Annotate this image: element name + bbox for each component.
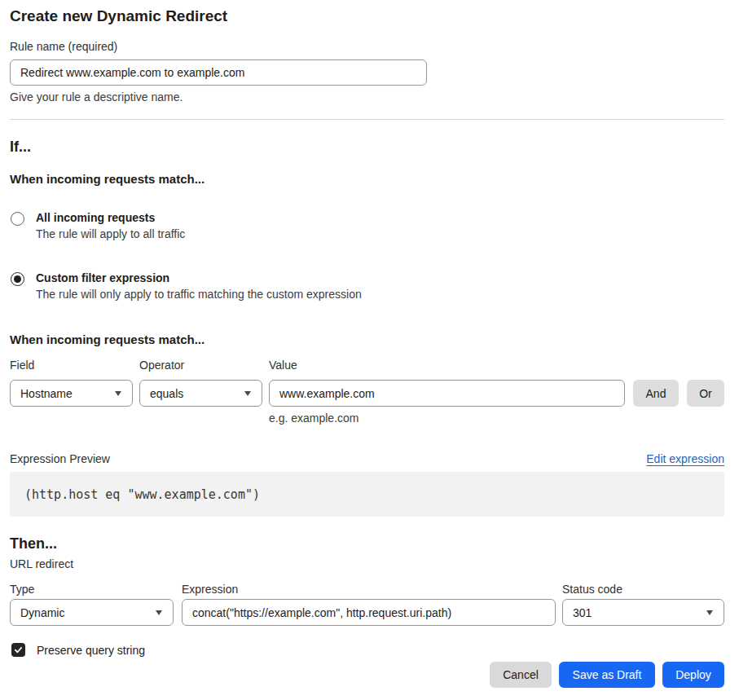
radio-option-custom-filter[interactable]: Custom filter expression The rule will o… [10,271,724,301]
field-select[interactable]: Hostname [10,380,133,407]
value-input[interactable]: www.example.com [269,380,625,407]
rule-name-helper: Give your rule a descriptive name. [10,91,724,103]
status-code-value: 301 [573,606,592,619]
deploy-button[interactable]: Deploy [662,662,724,688]
form-actions: Cancel Save as Draft Deploy [10,662,724,688]
expression-preview-label: Expression Preview [10,453,110,465]
status-code-select[interactable]: 301 [562,599,724,626]
rule-name-input[interactable]: Redirect www.example.com to example.com [10,59,427,86]
expression-input[interactable]: concat("https://example.com", http.reque… [182,599,556,626]
edit-expression-link[interactable]: Edit expression [646,453,724,465]
value-helper: e.g. example.com [269,412,625,425]
radio-description: The rule will only apply to traffic matc… [36,288,362,301]
radio-label: All incoming requests [36,211,185,224]
radio-label: Custom filter expression [36,271,362,284]
save-as-draft-button[interactable]: Save as Draft [559,662,655,688]
then-heading: Then... [10,535,724,552]
and-button[interactable]: And [633,380,679,407]
checkbox-label: Preserve query string [37,644,145,657]
operator-label: Operator [139,359,262,372]
checkbox-checked-icon[interactable] [11,643,25,657]
operator-select-value: equals [150,387,183,400]
radio-checked-icon[interactable] [11,272,24,286]
url-redirect-label: URL redirect [10,558,724,570]
or-button[interactable]: Or [687,380,724,407]
if-heading: If... [10,139,724,155]
status-code-label: Status code [562,583,724,596]
radio-option-all-requests[interactable]: All incoming requests The rule will appl… [10,211,724,240]
field-select-value: Hostname [20,387,73,400]
rule-name-label: Rule name (required) [10,41,724,53]
match-heading: When incoming requests match... [10,172,724,186]
radio-unchecked-icon[interactable] [11,212,24,226]
preserve-query-option[interactable]: Preserve query string [10,643,724,657]
expression-builder-row: Field Hostname Operator equals Value www… [10,359,724,425]
type-select-value: Dynamic [20,606,64,619]
radio-description: The rule will apply to all traffic [36,228,185,240]
chevron-down-icon [706,610,713,615]
chevron-down-icon [156,610,162,615]
expression-label: Expression [182,583,556,596]
cancel-button[interactable]: Cancel [490,662,552,688]
operator-select[interactable]: equals [139,380,262,407]
value-label: Value [269,359,625,372]
redirect-config-row: Type Dynamic Expression concat("https://… [10,583,724,626]
expression-preview-code: (http.host eq "www.example.com") [10,472,724,517]
type-label: Type [10,583,174,596]
divider [10,119,724,120]
builder-heading: When incoming requests match... [10,332,724,346]
chevron-down-icon [244,391,251,396]
type-select[interactable]: Dynamic [10,599,174,626]
create-redirect-form: Create new Dynamic Redirect Rule name (r… [0,7,739,688]
page-title: Create new Dynamic Redirect [10,7,724,25]
field-label: Field [10,359,133,372]
chevron-down-icon [115,391,121,396]
